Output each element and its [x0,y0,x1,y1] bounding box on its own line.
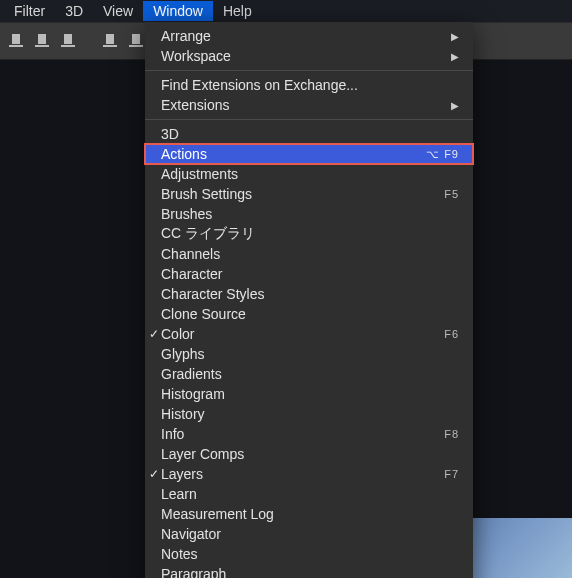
menubar-item-view[interactable]: View [93,1,143,21]
menu-item-label: Character Styles [161,286,459,302]
menu-item-actions[interactable]: Actions⌥ F9 [145,144,473,164]
menu-item-label: Clone Source [161,306,459,322]
menubar-item-help[interactable]: Help [213,1,262,21]
align-icon-5[interactable] [126,31,146,51]
menu-item-label: Learn [161,486,459,502]
checkmark-icon: ✓ [147,327,161,341]
menu-item-label: Gradients [161,366,459,382]
menu-item-shortcut: ⌥ F9 [426,148,459,161]
submenu-arrow-icon: ▶ [449,31,459,42]
menu-item-label: Glyphs [161,346,459,362]
align-icon-4[interactable] [100,31,120,51]
menu-item-label: Notes [161,546,459,562]
menu-item-shortcut: F8 [444,428,459,440]
menu-item-label: Measurement Log [161,506,459,522]
menu-item-layers[interactable]: ✓LayersF7 [145,464,473,484]
menu-item-histogram[interactable]: Histogram [145,384,473,404]
menu-item-character-styles[interactable]: Character Styles [145,284,473,304]
menu-item-shortcut: F7 [444,468,459,480]
submenu-arrow-icon: ▶ [449,100,459,111]
menu-item-info[interactable]: InfoF8 [145,424,473,444]
menu-item-gradients[interactable]: Gradients [145,364,473,384]
menu-item-find-extensions-on-exchange[interactable]: Find Extensions on Exchange... [145,75,473,95]
menubar: Filter3DViewWindowHelp [0,0,572,22]
menu-item-label: Navigator [161,526,459,542]
menubar-item-filter[interactable]: Filter [4,1,55,21]
menu-item-label: Info [161,426,444,442]
menu-item-label: Workspace [161,48,449,64]
menu-item-brush-settings[interactable]: Brush SettingsF5 [145,184,473,204]
menu-item-label: 3D [161,126,459,142]
menu-item-label: Arrange [161,28,449,44]
menu-item-label: Color [161,326,444,342]
menubar-item-3d[interactable]: 3D [55,1,93,21]
menu-item-label: Layer Comps [161,446,459,462]
menu-item-learn[interactable]: Learn [145,484,473,504]
menu-item-clone-source[interactable]: Clone Source [145,304,473,324]
checkmark-icon: ✓ [147,467,161,481]
menu-item-label: Character [161,266,459,282]
menu-item-brushes[interactable]: Brushes [145,204,473,224]
submenu-arrow-icon: ▶ [449,51,459,62]
menu-item-label: History [161,406,459,422]
menu-item-label: Brush Settings [161,186,444,202]
menu-item-character[interactable]: Character [145,264,473,284]
menu-item-label: CC ライブラリ [161,225,459,243]
menu-item-workspace[interactable]: Workspace▶ [145,46,473,66]
menu-item-glyphs[interactable]: Glyphs [145,344,473,364]
menu-item-history[interactable]: History [145,404,473,424]
menu-item-shortcut: F6 [444,328,459,340]
menu-item-label: Histogram [161,386,459,402]
menu-item-cc[interactable]: CC ライブラリ [145,224,473,244]
menu-item-adjustments[interactable]: Adjustments [145,164,473,184]
menu-item-label: Find Extensions on Exchange... [161,77,459,93]
menu-item-navigator[interactable]: Navigator [145,524,473,544]
menu-item-arrange[interactable]: Arrange▶ [145,26,473,46]
menu-item-layer-comps[interactable]: Layer Comps [145,444,473,464]
window-menu-dropdown: Arrange▶Workspace▶Find Extensions on Exc… [145,22,473,578]
align-icon-1[interactable] [6,31,26,51]
menu-item-paragraph[interactable]: Paragraph [145,564,473,578]
menubar-item-window[interactable]: Window [143,1,213,21]
align-icon-3[interactable] [58,31,78,51]
menu-item-label: Paragraph [161,566,459,578]
menu-item-label: Adjustments [161,166,459,182]
menu-item-notes[interactable]: Notes [145,544,473,564]
menu-item-label: Channels [161,246,459,262]
menu-item-measurement-log[interactable]: Measurement Log [145,504,473,524]
menu-item-channels[interactable]: Channels [145,244,473,264]
menu-item-label: Layers [161,466,444,482]
menu-item-extensions[interactable]: Extensions▶ [145,95,473,115]
menu-item-label: Actions [161,146,426,162]
menu-item-color[interactable]: ✓ColorF6 [145,324,473,344]
menu-item-label: Extensions [161,97,449,113]
menu-separator [145,70,473,71]
menu-item-shortcut: F5 [444,188,459,200]
menu-item-3d[interactable]: 3D [145,124,473,144]
align-icon-2[interactable] [32,31,52,51]
menu-separator [145,119,473,120]
menu-item-label: Brushes [161,206,459,222]
